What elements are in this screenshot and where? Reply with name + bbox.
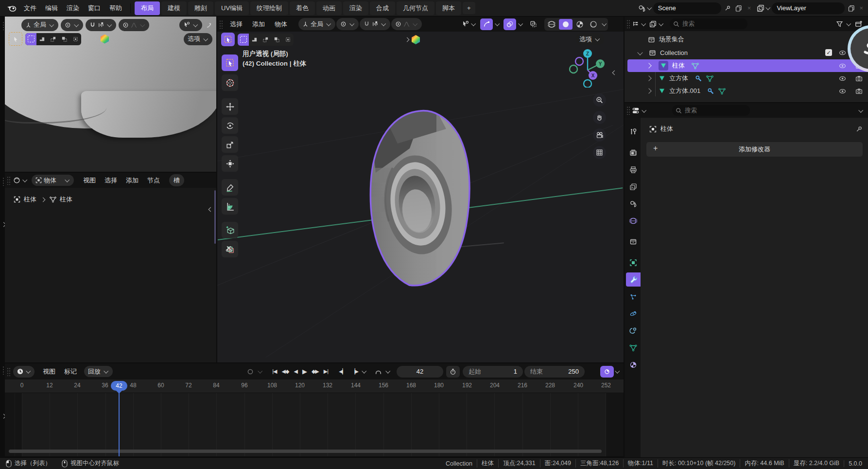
scene-dropdown-chevron[interactable] xyxy=(647,5,652,10)
select-mode-invert[interactable] xyxy=(271,34,282,46)
hide-eye-icon[interactable] xyxy=(836,75,849,82)
shading-solid-button[interactable] xyxy=(559,19,573,30)
pin-icon[interactable] xyxy=(851,126,866,133)
outliner-row-scene-collection[interactable]: 场景集合 xyxy=(625,33,868,46)
editor-type-dropdown[interactable] xyxy=(13,366,35,378)
viewlayer-dropdown-chevron[interactable] xyxy=(766,5,771,10)
viewport-menu-object[interactable]: 物体 xyxy=(270,20,292,29)
next-frame-button[interactable]: ▕▶ xyxy=(348,368,361,375)
workspace-tab-modeling[interactable]: 建模 xyxy=(161,1,187,15)
viewlayer-name-field[interactable]: ViewLayer xyxy=(772,2,845,14)
tab-particles[interactable] xyxy=(626,289,641,304)
select-mode-subtract[interactable] xyxy=(48,33,59,45)
tab-tool[interactable] xyxy=(626,125,641,139)
select-mode-intersect[interactable] xyxy=(282,34,294,46)
pivot-dropdown[interactable] xyxy=(336,18,359,30)
outliner-row-cube-001[interactable]: 立方体.001 xyxy=(625,85,868,97)
editor-type-dropdown[interactable] xyxy=(632,107,647,114)
collapse-sidebar-arrow[interactable] xyxy=(208,207,213,212)
tab-view-layer[interactable] xyxy=(626,180,641,194)
tab-render[interactable] xyxy=(626,145,641,160)
menu-help[interactable]: 帮助 xyxy=(105,4,126,13)
tab-material[interactable] xyxy=(626,358,641,372)
shading-material-button[interactable] xyxy=(573,19,586,30)
outliner-row-collection[interactable]: Collection ✓ xyxy=(625,46,868,59)
menu-window[interactable]: 窗口 xyxy=(84,4,105,13)
options-dropdown[interactable]: 选项 xyxy=(575,33,604,45)
add-primitive-tool[interactable] xyxy=(222,222,238,238)
timeline-menu-view[interactable]: 视图 xyxy=(38,367,60,376)
chevron-down-icon[interactable] xyxy=(858,108,863,112)
orientation-dropdown[interactable]: 全局 xyxy=(21,19,58,31)
header-grip[interactable] xyxy=(219,20,223,29)
shader-object-selector[interactable]: 物体 xyxy=(32,175,74,186)
prev-keyframe-button[interactable]: ◀◆ xyxy=(279,368,292,375)
current-frame-badge[interactable]: 42 xyxy=(111,381,127,391)
tab-physics[interactable] xyxy=(626,307,641,321)
select-mode-invert[interactable] xyxy=(59,33,70,45)
workspace-tab-animation[interactable]: 动画 xyxy=(316,1,342,15)
properties-search[interactable] xyxy=(672,105,750,116)
viewport-menu-add[interactable]: 添加 xyxy=(248,20,269,29)
tab-object[interactable] xyxy=(626,255,641,270)
outliner-row-selected-object[interactable]: 柱体 xyxy=(627,59,868,72)
tab-collection-props[interactable] xyxy=(626,234,641,249)
hide-eye-icon[interactable] xyxy=(836,62,849,70)
frame-end-field[interactable]: 结束250 xyxy=(524,366,585,378)
header-overflow-arrow[interactable] xyxy=(92,36,97,41)
gizmo-minus-x-axis[interactable] xyxy=(575,57,583,65)
select-mode-extend[interactable] xyxy=(249,34,260,46)
navigation-gizmo[interactable]: Z Y X xyxy=(567,47,608,88)
snap-group[interactable] xyxy=(86,19,116,31)
sync-mode-button[interactable] xyxy=(600,366,614,378)
chevron-down-icon[interactable] xyxy=(602,21,607,26)
options-dropdown[interactable]: 选项 xyxy=(184,33,212,45)
shader-menu-add[interactable]: 添加 xyxy=(122,176,143,185)
scissors-tool[interactable] xyxy=(222,241,238,257)
selected-object-cylinder[interactable] xyxy=(364,109,476,289)
workspace-tab-compositing[interactable]: 合成 xyxy=(370,1,395,15)
blender-logo-icon[interactable] xyxy=(7,4,17,12)
outliner-display-mode-dropdown[interactable] xyxy=(649,20,664,28)
collection-checkbox[interactable]: ✓ xyxy=(825,49,832,56)
pan-hand-button[interactable] xyxy=(593,111,606,124)
expander-closed-icon[interactable] xyxy=(646,63,651,68)
shading-rendered-button[interactable] xyxy=(587,19,600,30)
ortho-grid-button[interactable] xyxy=(593,146,606,159)
chevron-down-icon[interactable] xyxy=(615,369,620,374)
outliner-search-input[interactable] xyxy=(670,18,747,29)
pivot-dropdown[interactable] xyxy=(61,19,83,31)
prev-frame-button[interactable]: ◀▏ xyxy=(336,368,348,375)
select-mode-new[interactable] xyxy=(25,33,36,45)
chevron-down-icon[interactable] xyxy=(495,21,500,26)
gizmo-minus-y-axis[interactable] xyxy=(570,65,577,73)
chevron-down-icon[interactable] xyxy=(385,369,390,374)
select-mode-subtract[interactable] xyxy=(260,34,271,46)
horizontal-scrollbar[interactable] xyxy=(9,450,602,453)
menu-edit[interactable]: 编辑 xyxy=(41,4,62,13)
frame-start-field[interactable]: 起始1 xyxy=(463,366,523,378)
collapse-sidebar-arrow[interactable] xyxy=(612,71,617,75)
gizmo-minus-z-axis[interactable] xyxy=(584,80,591,88)
scene-name-field[interactable]: Scene xyxy=(653,2,721,14)
workspace-tab-rendering[interactable]: 渲染 xyxy=(343,1,368,15)
tab-modifiers[interactable] xyxy=(626,272,641,287)
fullscreen-arrow-icon[interactable] xyxy=(205,21,214,28)
move-tool[interactable] xyxy=(222,98,238,115)
timeline-ruler[interactable]: 0 12 24 36 48 60 72 84 96 108 120 132 14… xyxy=(5,379,624,393)
viewlayer-icon[interactable] xyxy=(757,4,764,12)
rotate-tool[interactable] xyxy=(222,117,238,134)
workspace-tab-geometry-nodes[interactable]: 几何节点 xyxy=(397,1,434,15)
menu-render[interactable]: 渲染 xyxy=(62,4,84,13)
visibility-dropdown[interactable] xyxy=(179,19,202,31)
play-reverse-button[interactable]: ◀ xyxy=(291,368,299,375)
measure-tool[interactable] xyxy=(222,198,238,215)
xray-toggle[interactable] xyxy=(527,18,539,30)
timeline-tracks[interactable] xyxy=(5,393,624,456)
timeline-menu-marker[interactable]: 标记 xyxy=(60,367,81,376)
expander-closed-icon[interactable] xyxy=(646,75,651,81)
editor-type-dropdown[interactable] xyxy=(13,177,28,184)
breadcrumb-data[interactable]: 柱体 xyxy=(60,195,72,204)
header-overflow-arrow[interactable] xyxy=(405,37,410,42)
outliner-row-cube[interactable]: 立方体 xyxy=(625,72,868,85)
